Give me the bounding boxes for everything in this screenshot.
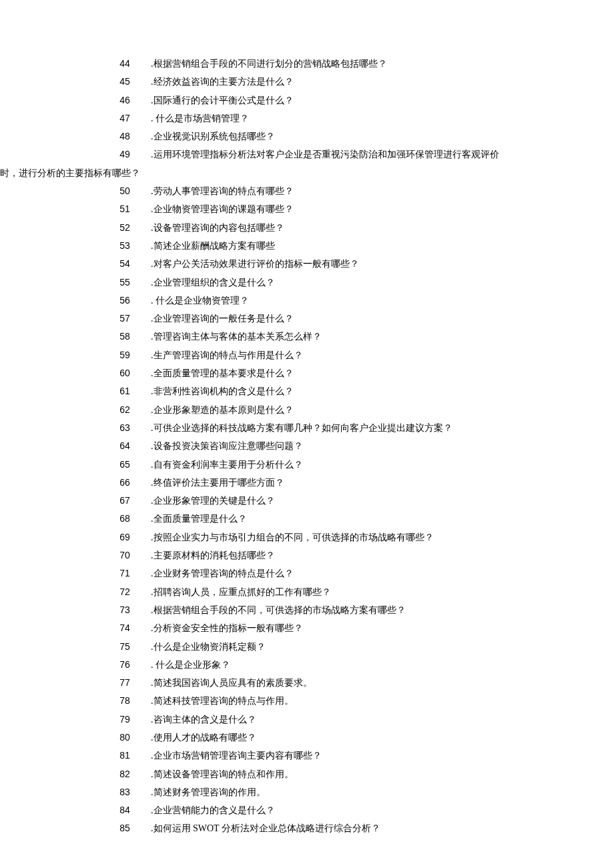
- question-text: .可供企业选择的科技战略方案有哪几种？如何向客户企业提出建议方案？: [151, 419, 587, 437]
- question-item: 58.管理咨询主体与客体的基本关系怎么样？: [99, 328, 587, 346]
- question-number: 78: [99, 692, 151, 710]
- question-text: .运用环境管理指标分析法对客户企业是否重视污染防治和加强环保管理进行客观评价: [151, 145, 587, 163]
- question-number: 47: [99, 109, 151, 127]
- question-text: .经济效益咨询的主要方法是什么？: [151, 73, 587, 91]
- question-number: 70: [99, 546, 151, 564]
- question-item: 45.经济效益咨询的主要方法是什么？: [99, 73, 587, 91]
- question-text: .国际通行的会计平衡公式是什么？: [151, 91, 587, 109]
- question-item: 83.简述财务管理咨询的作用。: [99, 783, 587, 801]
- question-item: 71.企业财务管理咨询的特点是什么？: [99, 564, 587, 582]
- question-number: 50: [99, 182, 151, 200]
- question-item: 81.企业市场营销管理咨询主要内容有哪些？: [99, 747, 587, 765]
- question-number: 49: [99, 145, 151, 163]
- question-number: 79: [99, 711, 151, 729]
- question-text: .分析资金安全性的指标一般有哪些？: [151, 619, 587, 637]
- question-item: 67.企业形象管理的关键是什么？: [99, 492, 587, 510]
- question-number: 83: [99, 783, 151, 801]
- question-number: 80: [99, 729, 151, 747]
- question-item: 59.生产管理咨询的特点与作用是什么？: [99, 346, 587, 364]
- question-text: .企业财务管理咨询的特点是什么？: [151, 564, 587, 582]
- question-text: .自有资金利润率主要用于分析什么？: [151, 456, 587, 474]
- question-item: 73.根据营销组合手段的不同，可供选择的市场战略方案有哪些？: [99, 601, 587, 619]
- question-item: 48.企业视觉识别系统包括哪些？: [99, 127, 587, 145]
- question-text: . 什么是企业形象？: [151, 656, 587, 674]
- question-number: 56: [99, 292, 151, 310]
- question-item: 63.可供企业选择的科技战略方案有哪几种？如何向客户企业提出建议方案？: [99, 419, 587, 437]
- question-item: 64.设备投资决策咨询应注意哪些问题？: [99, 437, 587, 455]
- question-text: .根据营销组合手段的不同进行划分的营销战略包括哪些？: [151, 55, 587, 73]
- question-number: 74: [99, 619, 151, 637]
- question-item: 77.简述我国咨询人员应具有的素质要求。: [99, 674, 587, 692]
- question-text: .简述科技管理咨询的特点与作用。: [151, 692, 587, 710]
- question-text: . 什么是企业物资管理？: [151, 292, 587, 310]
- question-text: .企业营销能力的含义是什么？: [151, 801, 587, 819]
- question-text: .对客户公关活动效果进行评价的指标一般有哪些？: [151, 255, 587, 273]
- question-item: 51.企业物资管理咨询的课题有哪些？: [99, 200, 587, 218]
- question-number: 54: [99, 255, 151, 273]
- question-item: 70.主要原材料的消耗包括哪些？: [99, 546, 587, 564]
- question-item: 46.国际通行的会计平衡公式是什么？: [99, 91, 587, 109]
- question-number: 64: [99, 437, 151, 455]
- question-number: 68: [99, 510, 151, 528]
- question-text: .设备管理咨询的内容包括哪些？: [151, 219, 587, 237]
- question-text: .什么是企业物资消耗定额？: [151, 638, 587, 656]
- question-text: .企业形象塑造的基本原则是什么？: [151, 401, 587, 419]
- question-number: 76: [99, 656, 151, 674]
- question-list: 44.根据营销组合手段的不同进行划分的营销战略包括哪些？45.经济效益咨询的主要…: [99, 55, 587, 838]
- question-item: 47. 什么是市场营销管理？: [99, 109, 587, 127]
- question-item: 78.简述科技管理咨询的特点与作用。: [99, 692, 587, 710]
- question-item: 52.设备管理咨询的内容包括哪些？: [99, 219, 587, 237]
- question-number: 85: [99, 819, 151, 837]
- continuation-text: 进行分析的主要指标有哪些？: [19, 168, 140, 178]
- question-item: 79.咨询主体的含义是什么？: [99, 711, 587, 729]
- question-number: 52: [99, 219, 151, 237]
- question-text: .咨询主体的含义是什么？: [151, 711, 587, 729]
- question-item: 84.企业营销能力的含义是什么？: [99, 801, 587, 819]
- question-item: 55.企业管理组织的含义是什么？: [99, 274, 587, 292]
- question-continuation: 时，进行分析的主要指标有哪些？: [0, 164, 587, 182]
- question-text: . 什么是市场营销管理？: [151, 109, 587, 127]
- question-item: 56. 什么是企业物资管理？: [99, 292, 587, 310]
- question-text: .按照企业实力与市场引力组合的不同，可供选择的市场战略有哪些？: [151, 528, 587, 546]
- question-item: 82.简述设备管理咨询的特点和作用。: [99, 765, 587, 783]
- question-text: .生产管理咨询的特点与作用是什么？: [151, 346, 587, 364]
- question-text: .企业形象管理的关键是什么？: [151, 492, 587, 510]
- question-item: 61.非营利性咨询机构的含义是什么？: [99, 382, 587, 400]
- question-number: 51: [99, 200, 151, 218]
- question-text: .招聘咨询人员，应重点抓好的工作有哪些？: [151, 583, 587, 601]
- question-number: 45: [99, 73, 151, 91]
- question-item: 68.全面质量管理是什么？: [99, 510, 587, 528]
- question-number: 65: [99, 456, 151, 474]
- question-text: .使用人才的战略有哪些？: [151, 729, 587, 747]
- question-text: .简述企业薪酬战略方案有哪些: [151, 237, 587, 255]
- question-item: 49.运用环境管理指标分析法对客户企业是否重视污染防治和加强环保管理进行客观评价: [99, 145, 587, 163]
- question-item: 80.使用人才的战略有哪些？: [99, 729, 587, 747]
- question-item: 72.招聘咨询人员，应重点抓好的工作有哪些？: [99, 583, 587, 601]
- question-text: .终值评价法主要用于哪些方面？: [151, 474, 587, 492]
- question-number: 84: [99, 801, 151, 819]
- question-item: 66.终值评价法主要用于哪些方面？: [99, 474, 587, 492]
- question-text: .企业管理组织的含义是什么？: [151, 274, 587, 292]
- question-number: 53: [99, 237, 151, 255]
- question-item: 69.按照企业实力与市场引力组合的不同，可供选择的市场战略有哪些？: [99, 528, 587, 546]
- question-item: 54.对客户公关活动效果进行评价的指标一般有哪些？: [99, 255, 587, 273]
- question-number: 48: [99, 127, 151, 145]
- question-item: 62.企业形象塑造的基本原则是什么？: [99, 401, 587, 419]
- question-item: 44.根据营销组合手段的不同进行划分的营销战略包括哪些？: [99, 55, 587, 73]
- question-text: .企业市场营销管理咨询主要内容有哪些？: [151, 747, 587, 765]
- question-item: 50.劳动人事管理咨询的特点有哪些？: [99, 182, 587, 200]
- question-text: .企业管理咨询的一般任务是什么？: [151, 310, 587, 328]
- question-text: .根据营销组合手段的不同，可供选择的市场战略方案有哪些？: [151, 601, 587, 619]
- question-number: 62: [99, 401, 151, 419]
- question-item: 74.分析资金安全性的指标一般有哪些？: [99, 619, 587, 637]
- continuation-prefix: 时，: [0, 168, 19, 178]
- question-number: 60: [99, 364, 151, 382]
- question-number: 55: [99, 274, 151, 292]
- question-item: 65.自有资金利润率主要用于分析什么？: [99, 456, 587, 474]
- question-text: .企业视觉识别系统包括哪些？: [151, 127, 587, 145]
- question-text: .管理咨询主体与客体的基本关系怎么样？: [151, 328, 587, 346]
- question-item: 76. 什么是企业形象？: [99, 656, 587, 674]
- question-text: .企业物资管理咨询的课题有哪些？: [151, 200, 587, 218]
- question-number: 67: [99, 492, 151, 510]
- question-number: 81: [99, 747, 151, 765]
